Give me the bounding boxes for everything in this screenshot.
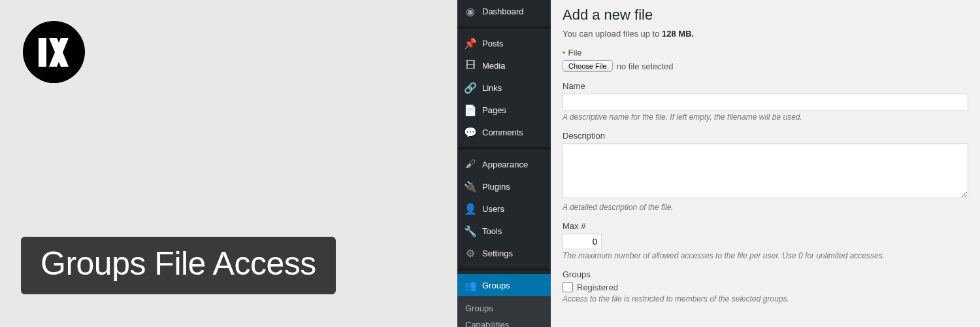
sidebar-item-label: Appearance <box>482 160 528 169</box>
brand-logo-icon <box>35 33 74 72</box>
group-checkbox-registered[interactable] <box>563 282 573 292</box>
max-input[interactable] <box>563 233 602 249</box>
sidebar-item-plugins[interactable]: 🔌 Plugins <box>457 175 551 198</box>
submenu-groups[interactable]: Groups <box>457 300 551 317</box>
sidebar-item-label: Dashboard <box>482 7 524 16</box>
wp-admin-panel: ◉ Dashboard 📌 Posts 🎞 Media 🔗 Links 📄 Pa… <box>457 0 980 327</box>
groups-help: Access to the file is restricted to memb… <box>563 294 968 303</box>
sidebar-item-tools[interactable]: 🔧 Tools <box>457 220 551 242</box>
name-label: Name <box>563 81 968 91</box>
description-label: Description <box>563 131 968 141</box>
groups-field: Groups Registered Access to the file is … <box>563 269 968 303</box>
users-icon: 👤 <box>464 202 477 215</box>
name-field: Name A descriptive name for the file. If… <box>563 81 968 122</box>
pin-icon: 📌 <box>464 37 477 50</box>
sidebar-item-label: Groups <box>482 281 510 290</box>
menu-separator <box>457 26 551 29</box>
sidebar-item-pages[interactable]: 📄 Pages <box>457 99 551 121</box>
menu-separator <box>457 146 551 150</box>
sidebar-item-label: Settings <box>482 249 513 258</box>
sidebar-item-posts[interactable]: 📌 Posts <box>457 32 551 54</box>
description-input[interactable] <box>563 143 968 198</box>
required-star-icon: • <box>563 48 566 58</box>
sidebar-item-users[interactable]: 👤 Users <box>457 198 551 220</box>
sidebar-item-links[interactable]: 🔗 Links <box>457 77 551 99</box>
comments-icon: 💬 <box>464 126 477 139</box>
sidebar-item-label: Tools <box>482 226 502 236</box>
dashboard-icon: ◉ <box>464 5 477 18</box>
sidebar-item-label: Users <box>482 204 504 214</box>
plug-icon: 🔌 <box>464 180 477 193</box>
sidebar-item-settings[interactable]: ⚙ Settings <box>457 242 551 264</box>
brush-icon: 🖌 <box>464 158 477 171</box>
sidebar-item-label: Pages <box>482 105 506 115</box>
name-input[interactable] <box>563 94 968 111</box>
page-title: Add a new file <box>563 7 968 24</box>
promo-title: Groups File Access <box>21 237 336 294</box>
upload-hint-prefix: You can upload files up to <box>563 29 662 39</box>
description-help: A detailed description of the file. <box>563 203 968 212</box>
pages-icon: 📄 <box>464 103 477 116</box>
file-field: •File Choose File no file selected <box>563 48 968 72</box>
choose-file-button[interactable]: Choose File <box>563 60 613 72</box>
max-field: Max # The maximum number of allowed acce… <box>563 221 968 260</box>
name-help: A descriptive name for the file. If left… <box>563 112 968 122</box>
sidebar-item-groups[interactable]: 👥 Groups <box>457 274 551 296</box>
group-option[interactable]: Registered <box>563 282 968 292</box>
upload-hint: You can upload files up to 128 MB. <box>563 29 968 39</box>
sidebar-item-dashboard[interactable]: ◉ Dashboard <box>457 0 551 22</box>
sidebar-item-appearance[interactable]: 🖌 Appearance <box>457 153 551 175</box>
file-label: •File <box>563 48 968 58</box>
brand-logo <box>23 21 85 83</box>
sidebar-item-label: Media <box>482 61 505 71</box>
sidebar-item-label: Comments <box>482 128 523 137</box>
description-field: Description A detailed description of th… <box>563 131 968 212</box>
groups-label: Groups <box>563 269 968 279</box>
max-label: Max # <box>563 221 968 231</box>
groups-icon: 👥 <box>464 279 477 292</box>
groups-submenu: Groups Capabilities Options Files <box>457 296 551 327</box>
settings-icon: ⚙ <box>464 247 477 260</box>
file-status: no file selected <box>617 61 674 71</box>
media-icon: 🎞 <box>464 59 477 72</box>
sidebar-item-media[interactable]: 🎞 Media <box>457 54 551 77</box>
file-label-text: File <box>568 48 582 58</box>
sidebar-item-label: Links <box>482 83 502 93</box>
link-icon: 🔗 <box>464 81 477 94</box>
submenu-capabilities[interactable]: Capabilities <box>457 317 551 327</box>
svg-rect-0 <box>39 38 46 67</box>
menu-separator <box>457 267 551 271</box>
sidebar-item-comments[interactable]: 💬 Comments <box>457 121 551 143</box>
sidebar-item-label: Plugins <box>482 182 510 192</box>
admin-content: Add a new file You can upload files up t… <box>551 0 980 327</box>
tools-icon: 🔧 <box>464 224 477 237</box>
sidebar-item-label: Posts <box>482 39 504 48</box>
max-help: The maximum number of allowed accesses t… <box>563 251 968 260</box>
upload-hint-strong: 128 MB. <box>662 29 694 39</box>
admin-sidebar: ◉ Dashboard 📌 Posts 🎞 Media 🔗 Links 📄 Pa… <box>457 0 551 327</box>
group-option-label: Registered <box>577 283 618 292</box>
